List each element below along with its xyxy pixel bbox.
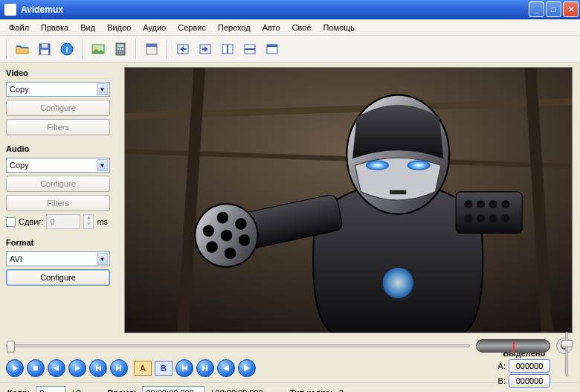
menu-своё[interactable]: Своё [286, 19, 318, 35]
svg-rect-1 [42, 44, 48, 48]
next-keyframe-button[interactable] [110, 359, 128, 377]
menu-файл[interactable]: Файл [3, 19, 35, 35]
timeline-slider[interactable] [6, 344, 470, 347]
audio-shift-row: Сдвиг: 0 ▲▼ ms [6, 214, 117, 229]
svg-rect-13 [146, 44, 157, 47]
svg-point-33 [501, 200, 509, 208]
chevron-down-icon: ▼ [97, 253, 108, 265]
menu-авто[interactable]: Авто [257, 19, 286, 35]
time-input[interactable]: 00:00:00.000 [142, 386, 204, 393]
audio-filters-button[interactable]: Filters [6, 195, 110, 211]
marker-b-label: B: [498, 376, 506, 385]
arrow-in-right-icon[interactable] [195, 39, 216, 60]
menu-переход[interactable]: Переход [212, 19, 257, 35]
arrow-in-left-icon[interactable] [173, 39, 193, 60]
svg-rect-2 [41, 50, 48, 54]
audio-shift-spinner[interactable]: ▲▼ [83, 214, 94, 229]
marker-a-value[interactable]: 000000 [509, 359, 550, 373]
svg-rect-21 [267, 45, 277, 47]
prev-black-button[interactable] [217, 359, 235, 377]
volume-thumb[interactable] [561, 340, 573, 347]
timeline-row [0, 338, 580, 354]
video-filters-button[interactable]: Filters [6, 119, 110, 135]
menu-правка[interactable]: Правка [35, 19, 74, 35]
menu-вид[interactable]: Вид [74, 19, 101, 35]
format-select[interactable]: AVI ▼ [6, 251, 110, 266]
svg-point-39 [366, 161, 389, 170]
menu-аудио[interactable]: Аудио [137, 19, 172, 35]
window-icon[interactable] [262, 39, 283, 60]
split-vertical-icon[interactable] [217, 39, 238, 60]
audio-shift-checkbox[interactable] [6, 217, 16, 227]
frametype-label: Тип кадра: [290, 388, 333, 393]
video-configure-button[interactable]: Configure [6, 100, 110, 116]
svg-rect-52 [33, 366, 38, 370]
svg-rect-10 [120, 48, 121, 50]
app-icon[interactable] [141, 39, 162, 60]
svg-point-35 [477, 214, 485, 222]
video-preview [124, 67, 573, 333]
svg-point-32 [489, 200, 497, 208]
svg-rect-11 [122, 48, 123, 50]
svg-point-37 [501, 214, 509, 222]
audio-configure-button[interactable]: Configure [6, 176, 110, 192]
menu-сервис[interactable]: Сервис [172, 19, 212, 35]
time-label: Время: [108, 388, 137, 393]
image-icon[interactable] [88, 39, 109, 60]
maximize-button[interactable]: □ [546, 1, 561, 17]
prev-keyframe-button[interactable] [89, 359, 107, 377]
audio-codec-value: Copy [10, 161, 29, 170]
svg-text:i: i [65, 45, 68, 54]
playback-controls: A B Выделено A: 000000 B: 000000 [0, 354, 580, 382]
save-icon[interactable] [34, 39, 55, 60]
svg-rect-8 [117, 45, 123, 47]
svg-rect-54 [244, 365, 245, 371]
selection-block: Выделено A: 000000 B: 000000 [498, 349, 573, 388]
split-horizontal-icon[interactable] [239, 39, 260, 60]
format-configure-button[interactable]: Configure [6, 269, 110, 286]
jog-wheel[interactable] [476, 339, 550, 353]
audio-shift-input[interactable]: 0 [46, 214, 80, 229]
info-icon[interactable]: i [57, 39, 77, 60]
format-section-label: Format [6, 238, 117, 247]
svg-rect-29 [456, 192, 522, 234]
menubar: ФайлПравкаВидВидеоАудиоСервисПереходАвто… [0, 19, 580, 36]
titlebar: Avidemux _ □ ✕ [0, 0, 580, 19]
stop-button[interactable] [27, 359, 45, 377]
prev-frame-button[interactable] [48, 359, 65, 377]
goto-start-button[interactable] [175, 359, 193, 377]
goto-end-button[interactable] [196, 359, 214, 377]
open-folder-icon[interactable] [12, 39, 33, 60]
set-marker-a-button[interactable]: A [134, 361, 152, 376]
menu-видео[interactable]: Видео [101, 19, 137, 35]
svg-point-30 [464, 200, 472, 208]
marker-b-value[interactable]: 000000 [509, 374, 550, 388]
svg-point-40 [407, 161, 430, 170]
next-black-button[interactable] [238, 359, 256, 377]
play-button[interactable] [6, 359, 24, 377]
svg-point-31 [477, 200, 485, 208]
calculator-icon[interactable] [110, 39, 131, 60]
audio-section-label: Audio [6, 144, 117, 153]
toolbar: i [0, 36, 580, 62]
chevron-down-icon: ▼ [97, 83, 108, 95]
app-icon [4, 4, 16, 16]
menu-помощь[interactable]: Помощь [318, 19, 361, 35]
audio-codec-select[interactable]: Copy ▼ [6, 158, 110, 173]
close-button[interactable]: ✕ [563, 1, 579, 17]
next-frame-button[interactable] [68, 359, 86, 377]
timeline-thumb[interactable] [7, 341, 15, 353]
volume-slider[interactable] [565, 332, 568, 376]
audio-shift-unit: ms [97, 217, 108, 226]
time-total: / 00:00:00.000 [210, 388, 262, 393]
svg-rect-53 [228, 365, 229, 371]
set-marker-b-button[interactable]: B [155, 361, 173, 376]
svg-point-34 [464, 214, 472, 222]
sidebar: Video Copy ▼ Configure Filters Audio Cop… [0, 62, 123, 338]
frametype-value: ? [339, 388, 344, 393]
window-title: Avidemux [19, 4, 527, 15]
frame-input[interactable]: 0 [36, 386, 65, 393]
video-codec-value: Copy [10, 85, 29, 94]
minimize-button[interactable]: _ [529, 1, 544, 17]
video-codec-select[interactable]: Copy ▼ [6, 82, 110, 97]
